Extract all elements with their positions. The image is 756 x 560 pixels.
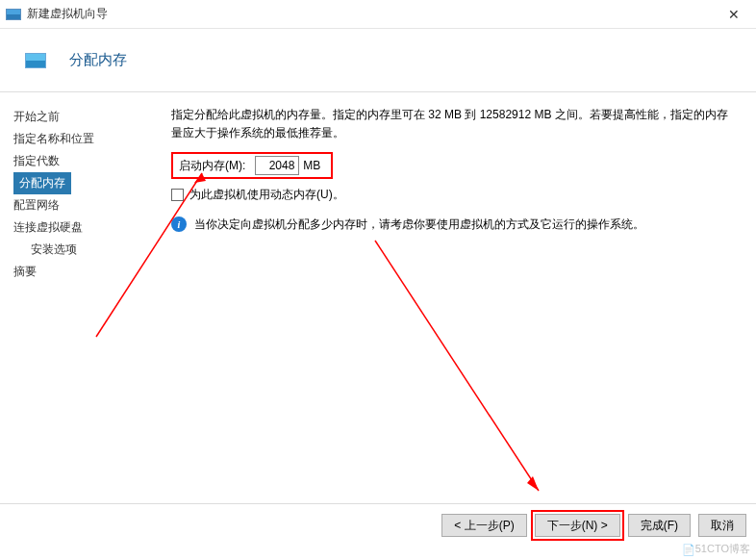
sidebar-item-summary[interactable]: 摘要 xyxy=(13,261,171,283)
cancel-button[interactable]: 取消 xyxy=(698,514,746,537)
sidebar-item-connect-vhd[interactable]: 连接虚拟硬盘 xyxy=(13,216,171,239)
wizard-header: 分配内存 xyxy=(0,29,756,92)
previous-button[interactable]: < 上一步(P) xyxy=(441,514,526,537)
next-button[interactable]: 下一步(N) > xyxy=(535,514,620,537)
startup-memory-row: 启动内存(M): MB xyxy=(171,152,333,179)
dynamic-memory-label: 为此虚拟机使用动态内存(U)。 xyxy=(189,187,344,203)
footer-buttons: < 上一步(P) 下一步(N) > 完成(F) 取消 xyxy=(441,514,746,537)
startup-memory-label: 启动内存(M): xyxy=(179,158,245,174)
description-text: 指定分配给此虚拟机的内存量。指定的内存里可在 32 MB 到 12582912 … xyxy=(171,106,739,142)
main-panel: 指定分配给此虚拟机的内存量。指定的内存里可在 32 MB 到 12582912 … xyxy=(171,92,756,504)
info-row: i 当你决定向虚拟机分配多少内存时，请考虑你要使用虚拟机的方式及它运行的操作系统… xyxy=(171,216,739,233)
sidebar-item-specify-name[interactable]: 指定名称和位置 xyxy=(13,128,171,150)
sidebar-item-assign-memory[interactable]: 分配内存 xyxy=(13,172,71,194)
dynamic-memory-row: 为此虚拟机使用动态内存(U)。 xyxy=(171,187,739,203)
memory-unit: MB xyxy=(303,159,320,172)
sidebar: 开始之前 指定名称和位置 指定代数 分配内存 配置网络 连接虚拟硬盘 安装选项 … xyxy=(0,92,171,504)
footer-separator xyxy=(0,503,756,504)
sidebar-item-install-options[interactable]: 安装选项 xyxy=(13,239,171,261)
app-icon xyxy=(6,9,21,20)
titlebar: 新建虚拟机向导 ✕ xyxy=(0,0,756,29)
dynamic-memory-checkbox[interactable] xyxy=(171,189,184,201)
window-title: 新建虚拟机向导 xyxy=(27,6,712,22)
finish-button[interactable]: 完成(F) xyxy=(628,514,691,537)
watermark-text: 📄51CTO博客 xyxy=(682,542,750,556)
info-icon: i xyxy=(171,216,187,232)
sidebar-item-configure-networking[interactable]: 配置网络 xyxy=(13,194,171,216)
sidebar-item-specify-generation[interactable]: 指定代数 xyxy=(13,150,171,172)
wizard-icon xyxy=(25,53,46,68)
startup-memory-input[interactable] xyxy=(255,156,299,175)
close-icon[interactable]: ✕ xyxy=(712,0,756,29)
page-title: 分配内存 xyxy=(69,51,127,69)
info-text: 当你决定向虚拟机分配多少内存时，请考虑你要使用虚拟机的方式及它运行的操作系统。 xyxy=(194,216,644,233)
sidebar-item-before-you-begin[interactable]: 开始之前 xyxy=(13,106,171,128)
